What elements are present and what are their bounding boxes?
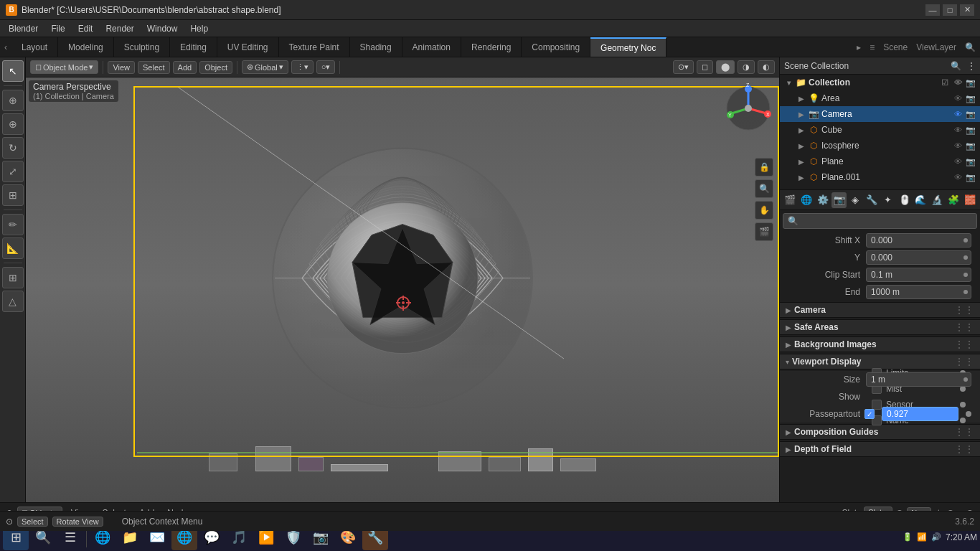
tool-move[interactable]: ⊕ xyxy=(2,113,24,135)
prop-tab-scene[interactable]: 📷 xyxy=(831,192,847,208)
ws-tab-modeling[interactable]: Modeling xyxy=(58,37,114,57)
prop-tab-viewlayer[interactable]: ⚙️ xyxy=(816,192,831,208)
size-value[interactable]: 1 m xyxy=(866,372,971,387)
ws-tab-compositing[interactable]: Compositing xyxy=(522,37,590,57)
prop-tab-object[interactable]: 🔧 xyxy=(864,192,880,208)
tool-scale[interactable]: ⤢ xyxy=(2,161,24,182)
vp-mode-select[interactable]: ◻ Object Mode ▾ xyxy=(30,60,98,74)
prop-tab-world[interactable]: ◈ xyxy=(848,192,863,208)
menu-render[interactable]: Render xyxy=(100,22,139,35)
prop-tab-modifier[interactable]: ✦ xyxy=(881,192,896,208)
ws-tab-layout[interactable]: Layout xyxy=(11,37,58,57)
outliner-area[interactable]: ▶ 💡 Area 👁 📷 xyxy=(780,90,980,106)
ws-tab-shading[interactable]: Shading xyxy=(350,37,402,57)
vp-transform[interactable]: ⊕ Global ▾ xyxy=(242,60,288,74)
ws-tab-animation[interactable]: Animation xyxy=(402,37,461,57)
vp-lock-button[interactable]: 🔒 xyxy=(755,158,773,176)
tool-measure[interactable]: 📐 xyxy=(2,237,24,259)
icosphere-hide-icon[interactable]: 👁 xyxy=(953,141,963,151)
ws-tab-rendering[interactable]: Rendering xyxy=(461,37,522,57)
icosphere-render-icon[interactable]: 📷 xyxy=(966,141,976,151)
ws-tab-geometry[interactable]: Geometry Noc xyxy=(590,37,666,57)
navigation-gizmo[interactable]: Z X Y xyxy=(723,83,773,133)
outliner-cube[interactable]: ▶ ⬡ Cube 👁 📷 xyxy=(780,122,980,138)
maximize-button[interactable]: □ xyxy=(943,4,957,16)
ws-search-icon[interactable]: 🔍 xyxy=(961,42,980,52)
minimize-button[interactable]: — xyxy=(925,4,940,16)
tool-add-cone[interactable]: △ xyxy=(2,291,24,312)
outliner-icosphere[interactable]: ▶ ⬡ Icosphere 👁 📷 xyxy=(780,138,980,154)
vp-hand[interactable]: ✋ xyxy=(755,201,773,220)
menu-window[interactable]: Window xyxy=(141,22,184,35)
safe-areas-section-header[interactable]: ▶ Safe Areas ⋮⋮ xyxy=(780,319,980,335)
vp-shading-render[interactable]: ◐ xyxy=(758,60,775,74)
tool-add-cube[interactable]: ⊞ xyxy=(2,267,24,288)
menu-blender[interactable]: Blender xyxy=(3,22,44,35)
area-hide-icon[interactable]: 👁 xyxy=(953,93,963,103)
passepartout-checkbox[interactable] xyxy=(864,409,875,419)
3d-cursor[interactable] xyxy=(395,295,410,309)
vp-view[interactable]: View xyxy=(108,61,135,74)
background-images-section-header[interactable]: ▶ Background Images ⋮⋮ xyxy=(780,336,980,352)
clip-start-value[interactable]: 0.1 m xyxy=(866,268,971,282)
tool-cursor[interactable]: ⊕ xyxy=(2,90,24,111)
window-controls[interactable]: — □ ✕ xyxy=(925,4,974,16)
camera-section-menu[interactable]: ⋮⋮ xyxy=(954,304,974,316)
plane-expand-icon[interactable]: ▶ xyxy=(797,157,806,166)
prop-tab-physics[interactable]: 🌊 xyxy=(913,192,928,208)
vp-select[interactable]: Select xyxy=(138,61,170,74)
prop-tab-particle[interactable]: 🖱️ xyxy=(897,192,912,208)
outliner-plane[interactable]: ▶ ⬡ Plane 👁 📷 xyxy=(780,154,980,169)
menu-edit[interactable]: Edit xyxy=(72,22,99,35)
cube-render-icon[interactable]: 📷 xyxy=(966,125,976,135)
ws-menu-icon[interactable]: ≡ xyxy=(865,42,879,52)
camera-render-icon[interactable]: 📷 xyxy=(966,109,976,119)
vp-object[interactable]: Object xyxy=(199,61,232,74)
end-value[interactable]: 1000 m xyxy=(866,285,971,299)
close-button[interactable]: ✕ xyxy=(960,4,974,16)
camera-section-header[interactable]: ▶ Camera ⋮⋮ xyxy=(780,302,980,318)
ws-tab-sculpting[interactable]: Sculpting xyxy=(114,37,170,57)
tool-annotate[interactable]: ✏ xyxy=(2,214,24,235)
prop-tab-material[interactable]: 🧱 xyxy=(962,192,977,208)
cube-hide-icon[interactable]: 👁 xyxy=(953,125,963,135)
camera-hide-icon[interactable]: 👁 xyxy=(953,109,963,119)
ws-prev-icon[interactable]: ‹ xyxy=(0,42,11,52)
prop-search-bar[interactable]: 🔍 xyxy=(783,213,977,229)
shift-y-value[interactable]: 0.000 xyxy=(866,250,971,265)
plane-render-icon[interactable]: 📷 xyxy=(966,156,976,166)
collection-hide-icon[interactable]: 👁 xyxy=(953,77,963,88)
vp-proportional[interactable]: ○▾ xyxy=(316,60,336,74)
prop-tab-constraints[interactable]: 🔬 xyxy=(930,192,945,208)
outliner-filter-icon[interactable]: 🔍 xyxy=(951,61,961,71)
outliner-collection[interactable]: ▾ 📁 Collection ☑ 👁 📷 xyxy=(780,75,980,90)
prop-tab-render[interactable]: 🎬 xyxy=(783,192,798,208)
ws-next-icon[interactable]: ▸ xyxy=(852,42,865,52)
plane001-hide-icon[interactable]: 👁 xyxy=(953,172,963,182)
outliner-plane001[interactable]: ▶ ⬡ Plane.001 👁 📷 xyxy=(780,169,980,185)
prop-tab-output[interactable]: 🌐 xyxy=(799,192,814,208)
vp-shading-material[interactable]: ◑ xyxy=(738,60,755,74)
bg-images-menu[interactable]: ⋮⋮ xyxy=(954,339,974,350)
collection-render-icon[interactable]: 📷 xyxy=(966,77,976,88)
prop-tab-data[interactable]: 🧩 xyxy=(946,192,961,208)
plane001-render-icon[interactable]: 📷 xyxy=(966,172,976,182)
vp-zoom-in[interactable]: 🔍 xyxy=(755,179,773,198)
safe-areas-menu[interactable]: ⋮⋮ xyxy=(954,321,974,333)
tool-rotate[interactable]: ↻ xyxy=(2,137,24,159)
collection-expand-icon[interactable]: ▾ xyxy=(784,78,793,87)
ws-tab-uvediting[interactable]: UV Editing xyxy=(217,37,279,57)
sensor-checkbox[interactable] xyxy=(872,400,882,410)
viewport[interactable]: ◻ Object Mode ▾ View Select Add Object ⊕… xyxy=(26,57,779,511)
vp-shading-solid[interactable]: ⬤ xyxy=(716,60,735,74)
vp-add[interactable]: Add xyxy=(173,61,197,74)
dof-menu[interactable]: ⋮⋮ xyxy=(954,443,974,455)
icosphere-expand-icon[interactable]: ▶ xyxy=(797,141,806,150)
outliner-plane002[interactable]: ▶ ⬡ Plane.002 👁 📷 xyxy=(780,185,980,190)
outliner-camera[interactable]: ▶ 📷 Camera 👁 📷 xyxy=(780,106,980,122)
vp-overlay[interactable]: ⊙▾ xyxy=(673,60,694,74)
menu-help[interactable]: Help xyxy=(184,22,214,35)
area-render-icon[interactable]: 📷 xyxy=(966,93,976,103)
cube-expand-icon[interactable]: ▶ xyxy=(797,126,806,134)
menu-file[interactable]: File xyxy=(45,22,70,35)
